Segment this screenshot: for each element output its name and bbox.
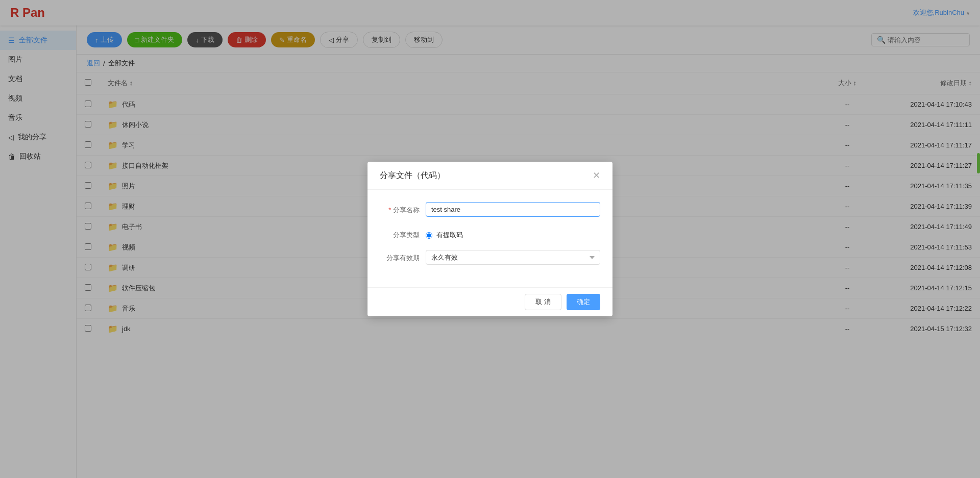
modal-title: 分享文件（代码） [380, 170, 445, 181]
share-type-radio-label: 有提取码 [436, 231, 463, 240]
modal-header: 分享文件（代码） ✕ [368, 162, 612, 190]
modal-footer: 取 消 确定 [368, 287, 612, 316]
share-name-label: 分享名称 [380, 202, 426, 215]
share-type-control: 有提取码 [426, 227, 600, 240]
confirm-button[interactable]: 确定 [567, 294, 600, 310]
share-validity-select[interactable]: 永久有效 7天 30天 [426, 250, 600, 265]
cancel-button[interactable]: 取 消 [525, 294, 561, 310]
share-name-input[interactable] [426, 202, 600, 217]
share-name-control [426, 202, 600, 217]
radio-group-share-type: 有提取码 [426, 227, 600, 240]
share-type-radio[interactable] [426, 232, 432, 239]
modal-overlay[interactable]: 分享文件（代码） ✕ 分享名称 分享类型 有提取码 [0, 0, 980, 478]
modal-body: 分享名称 分享类型 有提取码 分享有效期 [368, 190, 612, 287]
form-row-share-type: 分享类型 有提取码 [380, 227, 600, 240]
share-validity-label: 分享有效期 [380, 250, 426, 263]
share-validity-control: 永久有效 7天 30天 [426, 250, 600, 265]
form-row-share-name: 分享名称 [380, 202, 600, 217]
share-type-label: 分享类型 [380, 227, 426, 240]
form-row-share-validity: 分享有效期 永久有效 7天 30天 [380, 250, 600, 265]
modal-close-button[interactable]: ✕ [593, 170, 600, 181]
share-modal: 分享文件（代码） ✕ 分享名称 分享类型 有提取码 [368, 162, 612, 316]
